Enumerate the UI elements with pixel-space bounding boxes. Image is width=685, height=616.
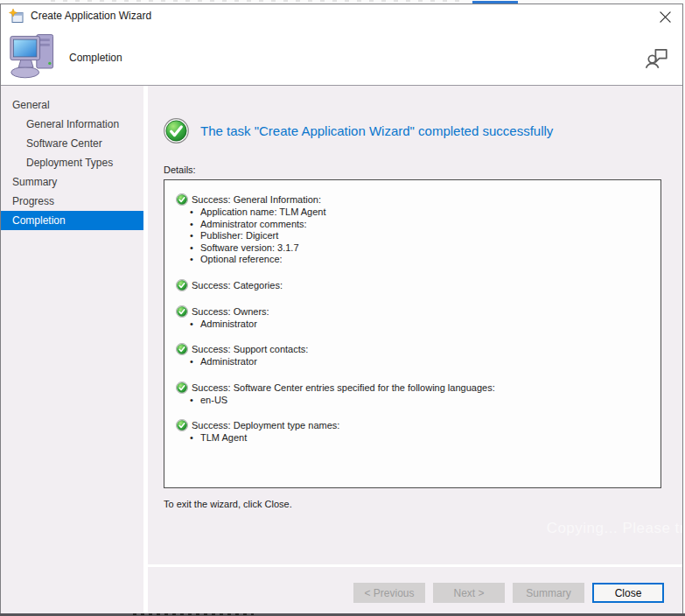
detail-item: TLM Agent bbox=[176, 432, 652, 444]
wizard-window-icon bbox=[9, 9, 24, 24]
result-section-categories: Success: Categories: bbox=[176, 280, 652, 291]
detail-item: Application name: TLM Agent bbox=[176, 206, 652, 218]
detail-item: Publisher: Digicert bbox=[176, 230, 652, 242]
details-panel: Success: General Information: Applicatio… bbox=[164, 179, 661, 488]
sidebar-item-software-center[interactable]: Software Center bbox=[1, 134, 143, 153]
section-head: Success: Software Center entries specifi… bbox=[176, 382, 652, 394]
wizard-step-title: Completion bbox=[69, 52, 122, 64]
section-title: Success: General Information: bbox=[192, 194, 321, 206]
close-window-button[interactable] bbox=[657, 8, 675, 25]
section-head: Success: Owners: bbox=[176, 306, 652, 318]
section-head: Success: Categories: bbox=[176, 280, 652, 291]
detail-item: Software version: 3.1.7 bbox=[176, 242, 652, 254]
section-head: Success: Support contacts: bbox=[176, 344, 652, 355]
detail-item: Optional reference: bbox=[176, 254, 652, 265]
create-application-wizard-window: Create Application Wizard Completion Gen… bbox=[0, 4, 683, 614]
window-title: Create Application Wizard bbox=[31, 10, 151, 22]
green-check-icon bbox=[176, 419, 188, 431]
section-title: Success: Categories: bbox=[192, 280, 283, 291]
sidebar-item-summary[interactable]: Summary bbox=[1, 172, 143, 192]
completion-content: The task "Create Application Wizard" com… bbox=[148, 86, 682, 564]
status-heading: The task "Create Application Wizard" com… bbox=[200, 123, 553, 138]
background-text-fragment bbox=[133, 613, 254, 615]
section-title: Success: Software Center entries specifi… bbox=[192, 382, 495, 394]
wizard-header: Completion bbox=[1, 27, 682, 86]
close-x-icon bbox=[660, 11, 671, 23]
section-head: Success: Deployment type names: bbox=[176, 420, 652, 431]
sidebar-item-general[interactable]: General bbox=[1, 95, 143, 115]
sidebar-item-general-information[interactable]: General Information bbox=[1, 115, 143, 134]
wizard-footer: < Previous Next > Summary Close bbox=[148, 567, 682, 613]
status-row: The task "Create Application Wizard" com… bbox=[164, 118, 682, 144]
feedback-person-icon bbox=[645, 46, 669, 70]
previous-button[interactable]: < Previous bbox=[353, 583, 425, 603]
computer-icon bbox=[8, 29, 60, 81]
detail-item: Administrator bbox=[176, 356, 652, 368]
titlebar[interactable]: Create Application Wizard bbox=[1, 4, 682, 27]
green-check-icon bbox=[176, 382, 188, 394]
sidebar-item-deployment-types[interactable]: Deployment Types bbox=[1, 153, 143, 172]
result-section-software-center-languages: Success: Software Center entries specifi… bbox=[176, 382, 652, 406]
green-check-icon bbox=[176, 305, 188, 318]
details-label: Details: bbox=[164, 164, 682, 175]
main-column: The task "Create Application Wizard" com… bbox=[148, 86, 682, 613]
detail-item: Administrator comments: bbox=[176, 219, 652, 230]
copying-watermark: Copying... Please try bbox=[547, 520, 683, 537]
section-title: Success: Owners: bbox=[192, 306, 269, 318]
green-check-icon bbox=[176, 279, 188, 291]
sidebar-item-progress[interactable]: Progress bbox=[1, 192, 143, 211]
result-section-general-information: Success: General Information: Applicatio… bbox=[176, 194, 652, 265]
result-section-owners: Success: Owners: Administrator bbox=[176, 306, 652, 330]
detail-item: Administrator bbox=[176, 318, 652, 330]
green-check-icon bbox=[176, 193, 188, 206]
section-title: Success: Deployment type names: bbox=[192, 420, 339, 431]
next-button[interactable]: Next > bbox=[433, 583, 505, 603]
green-check-icon bbox=[164, 118, 189, 144]
result-section-support-contacts: Success: Support contacts: Administrator bbox=[176, 344, 652, 368]
section-head: Success: General Information: bbox=[176, 194, 652, 206]
green-check-icon bbox=[176, 343, 188, 355]
result-section-deployment-type-names: Success: Deployment type names: TLM Agen… bbox=[176, 420, 652, 444]
detail-item: en-US bbox=[176, 395, 652, 406]
wizard-steps-sidebar: General General Information Software Cen… bbox=[1, 86, 143, 613]
close-wizard-button[interactable]: Close bbox=[592, 583, 664, 603]
section-title: Success: Support contacts: bbox=[192, 344, 308, 355]
sidebar-item-completion[interactable]: Completion bbox=[1, 211, 143, 230]
wizard-body: General General Information Software Cen… bbox=[1, 86, 682, 613]
exit-hint-text: To exit the wizard, click Close. bbox=[164, 499, 682, 509]
summary-button[interactable]: Summary bbox=[513, 583, 584, 603]
feedback-button[interactable] bbox=[645, 46, 669, 70]
background-text-fragment bbox=[51, 0, 462, 2]
